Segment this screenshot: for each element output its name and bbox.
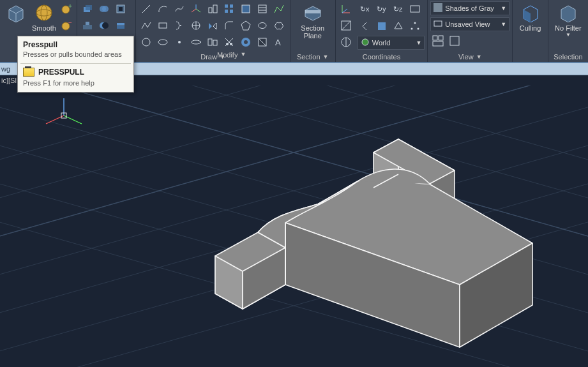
ucs-world-dropdown[interactable]: World ▼ [358, 36, 425, 50]
svg-point-58 [230, 43, 232, 45]
svg-point-86 [414, 22, 416, 24]
ucs-face-icon[interactable] [391, 19, 406, 34]
svg-rect-88 [433, 3, 442, 12]
helix-icon[interactable] [172, 18, 187, 33]
ucs-icon-2[interactable] [338, 18, 354, 33]
no-filter-button[interactable]: No Filter ▼ [552, 1, 584, 52]
ucs-x-icon[interactable]: ↻x [358, 1, 373, 17]
ucs-prev-icon[interactable] [358, 19, 373, 34]
no-filter-label: No Filter [555, 24, 582, 32]
section-plane-button[interactable]: Section Plane [295, 1, 331, 52]
revcloud-icon[interactable] [271, 18, 287, 33]
ucs-icon-3[interactable] [338, 34, 354, 50]
svg-line-75 [342, 21, 351, 30]
svg-rect-50 [213, 40, 217, 45]
thicken-icon[interactable] [113, 18, 128, 33]
panel-draw-label[interactable]: Draw▼ [139, 52, 287, 62]
svg-rect-27 [119, 7, 123, 11]
svg-line-73 [342, 9, 347, 13]
viewport-3d[interactable] [0, 86, 588, 367]
svg-point-43 [192, 40, 200, 44]
svg-rect-34 [159, 23, 167, 28]
boundary-icon[interactable] [255, 18, 270, 33]
spline-icon[interactable] [172, 1, 187, 17]
panel-selection-label: Selection [551, 52, 585, 62]
box-icon [6, 3, 26, 23]
svg-text:+: + [68, 3, 72, 10]
extrude-face-icon[interactable] [80, 1, 95, 17]
gizmo-icon[interactable] [188, 18, 204, 33]
view-config-icon[interactable] [430, 33, 446, 49]
align-icon[interactable] [205, 34, 220, 50]
ellipse-icon[interactable] [155, 34, 170, 50]
svg-rect-29 [117, 26, 124, 29]
svg-marker-48 [213, 23, 216, 29]
wipeout-icon[interactable] [255, 34, 270, 50]
svg-rect-93 [450, 36, 459, 45]
panel-section: Section Plane Section▼ [290, 0, 336, 62]
svg-text:↻x: ↻x [360, 5, 370, 13]
panel-coords: ↻x ↻y ↻z World ▼ Coordinates [336, 0, 428, 62]
svg-marker-83 [395, 22, 402, 29]
scale-3d-icon[interactable] [205, 1, 220, 17]
panel-modify-label[interactable]: Modify▼ [217, 51, 246, 59]
visual-style-label: Shades of Gray [445, 4, 494, 12]
saved-view-dropdown[interactable]: Unsaved View ▼ [430, 17, 509, 31]
culling-button[interactable]: Culling [516, 1, 545, 52]
sphere-minus-icon[interactable]: − [59, 18, 74, 33]
svg-point-57 [226, 43, 229, 45]
svg-point-62 [244, 40, 248, 44]
view-single-icon[interactable] [447, 33, 462, 49]
3dpoly-icon[interactable] [271, 1, 287, 17]
tooltip-help: Press F1 for more help [18, 78, 133, 92]
svg-line-38 [192, 9, 196, 12]
donut-icon[interactable] [238, 34, 253, 50]
svg-text:↻z: ↻z [393, 5, 403, 13]
svg-rect-81 [411, 6, 419, 12]
svg-line-104 [0, 86, 588, 169]
tooltip-presspull: Presspull Presses or pulls bounded areas… [17, 36, 134, 93]
ucs-view-icon[interactable] [407, 1, 423, 17]
svg-marker-16 [86, 22, 89, 25]
panel-section-label[interactable]: Section▼ [293, 52, 333, 62]
ucs-z-icon[interactable]: ↻z [391, 1, 406, 17]
mirror-3d-icon[interactable] [205, 18, 220, 33]
line-icon[interactable] [139, 1, 154, 17]
fillet-edge-icon[interactable] [222, 18, 237, 33]
tooltip-title: Presspull [18, 36, 133, 50]
svg-rect-91 [439, 36, 443, 40]
shell-icon[interactable] [113, 1, 128, 17]
region-icon[interactable] [238, 1, 253, 17]
visual-style-dropdown[interactable]: Shades of Gray ▼ [430, 1, 509, 15]
subtract-icon[interactable] [96, 18, 112, 33]
rect-icon[interactable] [155, 18, 170, 33]
arc-icon[interactable] [155, 1, 170, 17]
panel-coords-label[interactable]: Coordinates [338, 52, 425, 62]
panel-view-label[interactable]: View▼ [430, 52, 509, 62]
move-3d-icon[interactable] [188, 1, 204, 17]
circle-icon[interactable] [139, 34, 154, 50]
rotate-3d-icon[interactable] [188, 34, 204, 50]
polygon-icon[interactable] [238, 18, 253, 33]
polyline-icon[interactable] [139, 18, 154, 33]
tooltip-desc: Presses or pulls bounded areas [18, 50, 133, 63]
presspull-icon[interactable] [80, 18, 95, 33]
svg-line-97 [0, 86, 588, 169]
svg-rect-54 [230, 10, 233, 13]
svg-line-32 [142, 5, 150, 13]
ucs-3p-icon[interactable] [407, 19, 423, 34]
ucs-obj-icon[interactable] [374, 19, 389, 34]
text-icon[interactable]: A [271, 34, 287, 50]
trim-icon[interactable] [222, 34, 237, 50]
sphere-plus-icon[interactable]: + [59, 1, 74, 17]
array-3d-icon[interactable] [222, 1, 237, 17]
svg-rect-53 [225, 10, 228, 13]
union-icon[interactable] [96, 1, 112, 17]
no-filter-icon [558, 3, 578, 23]
ucs-icon-1[interactable] [338, 1, 354, 17]
hatch-icon[interactable] [255, 1, 270, 17]
ucs-y-icon[interactable]: ↻y [374, 1, 389, 17]
point-icon[interactable] [172, 34, 187, 50]
svg-rect-63 [259, 5, 266, 13]
saved-view-label: Unsaved View [445, 20, 490, 28]
